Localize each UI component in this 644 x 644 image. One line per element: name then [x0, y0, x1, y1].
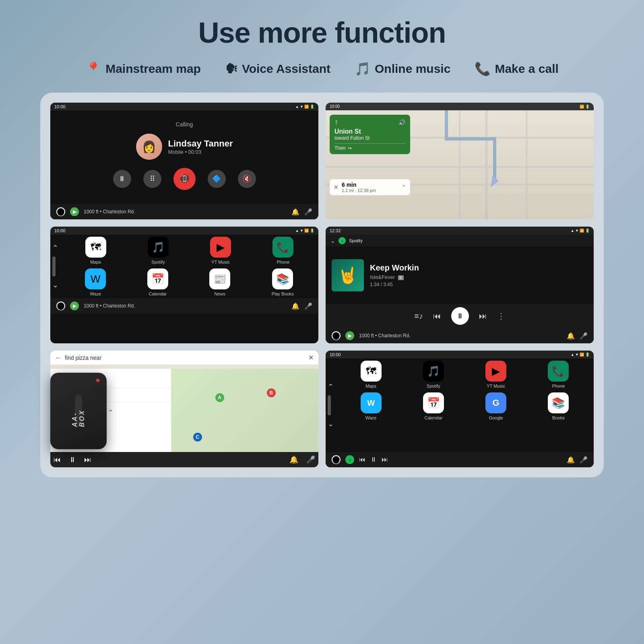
app-news[interactable]: 📰 News — [209, 268, 230, 296]
home2-app-spotify-label: Spotify — [427, 384, 440, 388]
home2-play-pause[interactable]: ⏸ — [370, 456, 377, 463]
home2-app-waze[interactable]: W Waze — [361, 392, 382, 420]
home-home-dot[interactable]: ⬤ — [56, 301, 65, 310]
spotify-bell-icon[interactable]: 🔔 — [567, 332, 575, 340]
track-title: Keep Workin — [370, 263, 588, 272]
home2-app-spotify[interactable]: 🎵 Spotify — [423, 361, 444, 388]
app-maps-label: Maps — [90, 260, 101, 264]
mute-button[interactable]: 🔇 — [238, 170, 256, 188]
scroll-down-btn[interactable]: ⌄ — [52, 281, 58, 289]
scroll-up-btn[interactable]: ⌃ — [52, 244, 58, 252]
maps-play-btn[interactable]: ⏸ — [69, 456, 76, 464]
aabox-led — [96, 379, 99, 382]
screens-container: 10:00 ▲ ▼ 📶 🔋 Calling 👩 Lindsay Tanner M… — [40, 93, 604, 477]
dialpad-button[interactable]: ⠿ — [143, 170, 161, 188]
nav-expand-icon[interactable]: ⌃ — [402, 184, 406, 190]
home-nav-arrow[interactable]: ▶ — [70, 301, 79, 310]
mic-icon[interactable]: 🎤 — [304, 208, 312, 216]
app-ytmusic[interactable]: ▶ YT Music — [210, 237, 231, 264]
caller-info: 👩 Lindsay Tanner Mobile • 00:03 — [136, 134, 233, 160]
home2-app-maps[interactable]: 🗺 Maps — [361, 361, 382, 388]
map-marker-b: B — [267, 388, 276, 397]
map-marker-a: A — [215, 393, 224, 402]
maps-search-bar: ← find pizza near ✕ — [50, 351, 318, 365]
nav-distance-eta: 1.1 mi · 12:38 pm — [342, 188, 398, 193]
nav-duration: 6 min — [342, 182, 398, 188]
home-bell-icon[interactable]: 🔔 — [291, 302, 299, 310]
nav-time: 10:00 — [330, 104, 340, 109]
home-status-icons: ▲ ▼ 📶 🔋 — [295, 229, 314, 233]
phone-icon: 📞 — [475, 61, 491, 76]
map-icon: 📍 — [85, 61, 101, 76]
home-row-1: 🗺 Maps 🎵 Spotify ▶ YT Music 📞 Phone — [60, 235, 318, 266]
spotify-more-btn[interactable]: ⋮ — [497, 311, 505, 321]
spotify-collapse-icon[interactable]: ⌄ — [330, 237, 335, 244]
bluetooth-button[interactable]: 🔷 — [208, 170, 226, 188]
calling-content: Calling 👩 Lindsay Tanner Mobile • 00:03 … — [50, 111, 318, 204]
app-playbooks[interactable]: 📚 Play Books — [272, 268, 294, 296]
caller-avatar: 👩 — [136, 134, 162, 160]
home2-app-google-label: Google — [489, 415, 503, 420]
maps-mic-icon[interactable]: 🎤 — [306, 455, 315, 464]
spotify-mic-icon[interactable]: 🎤 — [580, 332, 588, 340]
spotify-prev-btn[interactable]: ⏮ — [433, 312, 441, 321]
spotify-app-name: Spotify — [349, 238, 363, 243]
track-time: 1:34 / 3:45 — [370, 282, 588, 287]
home2-row-1: 🗺 Maps 🎵 Spotify ▶ YT Music 📞 Phone — [336, 359, 594, 390]
maps-skip-back-btn[interactable]: ⏮ — [54, 456, 61, 464]
home2-scroll-down[interactable]: ⌄ — [328, 419, 334, 428]
spotify-content: 🤘 Keep Workin Isle&Fever E 1:34 / 3:45 — [326, 247, 594, 304]
home2-app-phone[interactable]: 📞 Phone — [548, 361, 569, 388]
screen-navigation: 10:00 📶 🔋 ↑ 🔊 Union St toward Fulton St … — [326, 103, 594, 219]
home2-scroll-bar — [328, 395, 331, 415]
maps-close-btn[interactable]: ✕ — [308, 354, 314, 361]
home2-skip-back[interactable]: ⏮ — [359, 456, 365, 463]
nav-street: Union St — [334, 128, 405, 135]
home2-scroll-up[interactable]: ⌃ — [328, 382, 334, 391]
home2-app-calendar[interactable]: 📅 Calendar — [423, 392, 444, 420]
home2-bell-icon[interactable]: 🔔 — [567, 456, 575, 464]
spotify-play-pause-btn[interactable]: ⏸ — [451, 307, 469, 325]
maps-search-query: find pizza near — [65, 355, 305, 361]
home2-app-google[interactable]: G Google — [485, 392, 506, 420]
home2-spotify-mini[interactable]: ♪ — [345, 455, 354, 464]
home-dot[interactable]: ⬤ — [56, 207, 65, 216]
nav-arrow[interactable]: ▶ — [70, 207, 79, 216]
album-art: 🤘 — [332, 259, 364, 291]
feature-mainstream-map-label: Mainstream map — [105, 62, 201, 76]
aabox-label: AA-BOX — [71, 395, 86, 427]
home2-mic-icon[interactable]: 🎤 — [580, 456, 588, 464]
app-waze-label: Waze — [90, 291, 101, 296]
home2-app-books[interactable]: 📚 Books — [548, 392, 569, 420]
spotify-status-bar: 12:32 ▲ ▼ 📶 🔋 — [326, 227, 594, 235]
bell-icon[interactable]: 🔔 — [291, 208, 299, 216]
app-spotify[interactable]: 🎵 Spotify — [148, 237, 169, 264]
home2-home-dot[interactable]: ⬤ — [332, 455, 341, 464]
page-title: Use more function — [198, 16, 446, 49]
nav-direction-card: ↑ 🔊 Union St toward Fulton St Then ↪ — [330, 115, 410, 154]
maps-bell-icon[interactable]: 🔔 — [289, 455, 298, 464]
home2-app-ytmusic[interactable]: ▶ YT Music — [485, 361, 506, 388]
maps-skip-fwd-btn[interactable]: ⏭ — [84, 456, 91, 464]
maps-back-btn[interactable]: ← — [55, 354, 62, 361]
music-icon: 🎵 — [355, 61, 371, 76]
pause-button[interactable]: ⏸ — [113, 170, 131, 188]
spotify-queue-icon[interactable]: ≡♪ — [414, 312, 423, 321]
feature-online-music-label: Online music — [375, 62, 450, 76]
spotify-home-dot[interactable]: ⬤ — [332, 331, 341, 340]
spotify-next-btn[interactable]: ⏭ — [479, 312, 487, 321]
screen-home: 10:00 ▲ ▼ 📶 🔋 ⌃ ⌄ 🗺 Maps 🎵 Spotify — [50, 227, 318, 343]
app-maps[interactable]: 🗺 Maps — [85, 237, 106, 264]
home-footer: ⬤ ▶ 1000 ft • Charleston Rd. 🔔 🎤 — [50, 298, 318, 314]
spotify-nav-arrow[interactable]: ▶ — [345, 331, 354, 340]
app-phone[interactable]: 📞 Phone — [272, 237, 293, 264]
home-mic-icon[interactable]: 🎤 — [304, 302, 312, 310]
app-waze[interactable]: W Waze — [85, 268, 106, 296]
nav-close-btn[interactable]: ✕ — [334, 184, 339, 190]
features-bar: 📍 Mainstream map 🗣 Voice Assistant 🎵 Onl… — [85, 61, 559, 76]
nav-status-icons: 📶 🔋 — [580, 104, 590, 109]
nav-distance: 1.1 mi — [342, 188, 354, 193]
home2-skip-fwd[interactable]: ⏭ — [382, 456, 388, 463]
app-calendar[interactable]: 📅 Calendar — [147, 268, 168, 296]
end-call-button[interactable]: 📵 — [173, 168, 196, 190]
